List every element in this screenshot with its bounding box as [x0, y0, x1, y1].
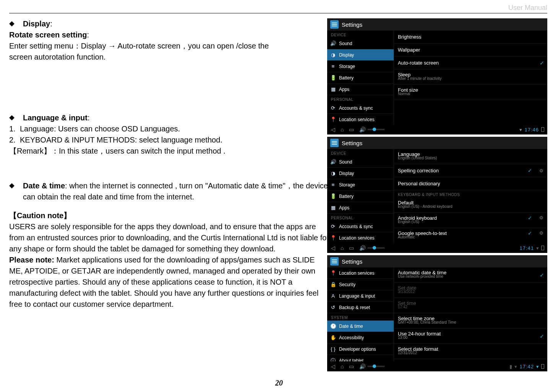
sidebar-item[interactable]: ≡Storage: [327, 179, 394, 191]
sidebar-item-label: Backup & reset: [339, 305, 370, 310]
settings-item[interactable]: Use 24-hour format13:00✓: [394, 329, 547, 344]
sidebar-item[interactable]: ALanguage & input: [327, 290, 394, 302]
battery-icon: [541, 127, 544, 132]
recent-icon[interactable]: ▭: [349, 363, 354, 369]
settings-item[interactable]: Personal dictionary: [394, 177, 547, 190]
sidebar-item[interactable]: 🔊Sound: [327, 38, 394, 49]
caution-heading: 【Caution note】: [9, 211, 71, 220]
settings-item-title: Auto-rotate screen: [398, 60, 439, 66]
settings-item[interactable]: SleepAfter 1 minute of inactivity: [394, 70, 547, 85]
sidebar-item[interactable]: 🔒Security: [327, 279, 394, 290]
bullet-diamond-icon: ◆: [9, 180, 23, 202]
sidebar-item-label: Accounts & sync: [339, 224, 373, 229]
sidebar-item[interactable]: 📍Location services: [327, 114, 394, 125]
back-icon[interactable]: ◁: [331, 245, 335, 251]
sidebar-item[interactable]: ◑Display: [327, 168, 394, 179]
settings-sidebar[interactable]: DEVICE🔊Sound◑Display≡Storage🔋Battery▦App…: [327, 31, 394, 125]
sidebar-item[interactable]: ▦Apps: [327, 202, 394, 214]
section-label: KEYBOARD & INPUT METHODS: [394, 190, 547, 198]
sidebar-item[interactable]: { }Developer options: [327, 343, 394, 355]
document-body: ◆ Display: Rotate screen setting: Enter …: [9, 18, 329, 310]
sidebar-item[interactable]: 🕐Date & time: [327, 321, 394, 332]
settings-sidebar[interactable]: 📍Location services🔒SecurityALanguage & i…: [327, 267, 394, 361]
sidebar-item[interactable]: 🔋Battery: [327, 72, 394, 84]
sidebar-item-label: Display: [339, 52, 354, 58]
status-clock: 17:42: [519, 364, 534, 369]
rotate-heading: Rotate screen setting: [9, 31, 87, 39]
settings-item[interactable]: Wallpaper: [394, 44, 547, 57]
sidebar-item-icon: ↺: [330, 305, 336, 310]
volume-slider[interactable]: 🔊: [359, 126, 385, 133]
home-icon[interactable]: ⌂: [341, 363, 344, 369]
settings-main-panel[interactable]: Automatic date & timeUse network-provide…: [394, 267, 547, 361]
check-icon[interactable]: ✓: [528, 168, 532, 173]
settings-item-subtitle: Automatic: [398, 235, 415, 239]
sidebar-item[interactable]: ▦Apps: [327, 84, 394, 95]
settings-item[interactable]: LanguageEnglish (United States): [394, 149, 547, 164]
sidebar-item[interactable]: ⓘAbout tablet: [327, 355, 394, 361]
settings-item[interactable]: Select date format12/31/2012: [394, 344, 547, 359]
sidebar-item[interactable]: ≡Storage: [327, 61, 394, 72]
home-icon[interactable]: ⌂: [341, 245, 344, 251]
sidebar-item[interactable]: ✋Accessibility: [327, 332, 394, 343]
settings-item[interactable]: Android keyboardEnglish (US)✓⚙: [394, 213, 547, 228]
settings-item[interactable]: Select time zoneGMT+08:00, China Standar…: [394, 313, 547, 329]
settings-item-subtitle: 17:42: [398, 305, 407, 309]
settings-item[interactable]: Google speech-to-textAutomatic✓⚙: [394, 228, 547, 243]
settings-main-panel[interactable]: LanguageEnglish (United States)Spelling …: [394, 149, 547, 243]
sidebar-item-icon: 🕐: [330, 323, 336, 329]
sidebar-item-label: Language & input: [339, 293, 375, 299]
list-number: 2.: [9, 134, 20, 146]
settings-item[interactable]: Brightness: [394, 31, 547, 44]
rotate-line1: Enter setting menu：Display → Auto-rotate…: [9, 40, 329, 52]
volume-slider[interactable]: 🔊: [359, 245, 385, 251]
home-icon[interactable]: ⌂: [341, 126, 344, 133]
sidebar-item[interactable]: 📍Location services: [327, 232, 394, 243]
settings-item-subtitle: After 1 minute of inactivity: [398, 76, 442, 81]
settings-item-title: Brightness: [398, 34, 421, 40]
recent-icon[interactable]: ▭: [349, 126, 354, 133]
volume-icon: 🔊: [359, 363, 366, 369]
action-bar: Settings: [327, 137, 547, 149]
settings-item[interactable]: DefaultEnglish (US) - Android keyboard: [394, 198, 547, 213]
settings-app-icon: [330, 139, 339, 147]
back-icon[interactable]: ◁: [331, 126, 335, 133]
settings-slider-icon[interactable]: ⚙: [539, 215, 543, 220]
settings-item[interactable]: Automatic date & timeUse network-provide…: [394, 267, 547, 283]
settings-item: Set date3/13/2012: [394, 283, 547, 298]
sidebar-item[interactable]: 🔊Sound: [327, 156, 394, 168]
check-icon[interactable]: ✓: [528, 230, 532, 236]
sidebar-item-label: Date & time: [339, 324, 363, 329]
sidebar-item[interactable]: 🔋Battery: [327, 191, 394, 202]
check-icon[interactable]: ✓: [528, 215, 532, 221]
settings-item[interactable]: Auto-rotate screen✓: [394, 57, 547, 70]
sidebar-item[interactable]: ↺Backup & reset: [327, 302, 394, 313]
settings-item[interactable]: Spelling correction✓⚙: [394, 164, 547, 177]
page-number: 20: [0, 379, 558, 387]
settings-app-icon: [330, 20, 339, 29]
settings-main-panel[interactable]: BrightnessWallpaperAuto-rotate screen✓Sl…: [394, 31, 547, 125]
check-icon[interactable]: ✓: [540, 272, 544, 278]
sidebar-item[interactable]: ⟳Accounts & sync: [327, 102, 394, 114]
settings-item[interactable]: Font sizeNormal: [394, 85, 547, 100]
settings-slider-icon[interactable]: ⚙: [539, 168, 543, 173]
rotate-line2: screen autorotation function.: [9, 52, 329, 63]
check-icon[interactable]: ✓: [540, 333, 544, 339]
recent-icon[interactable]: ▭: [349, 245, 354, 251]
sidebar-item-label: Display: [339, 171, 354, 176]
lang-item-1: Language: Users can choose OSD Languages…: [20, 123, 180, 134]
bullet-diamond-icon: ◆: [9, 18, 23, 29]
volume-slider[interactable]: 🔊: [359, 363, 385, 369]
check-icon[interactable]: ✓: [540, 60, 544, 66]
screenshot-column: Settings DEVICE🔊Sound◑Display≡Storage🔋Ba…: [327, 18, 547, 371]
sidebar-item-label: Sound: [339, 159, 352, 165]
sidebar-item[interactable]: ◑Display: [327, 49, 394, 61]
sidebar-item-label: Storage: [339, 64, 355, 69]
settings-slider-icon[interactable]: ⚙: [539, 230, 543, 236]
sidebar-item[interactable]: 📍Location services: [327, 267, 394, 279]
sidebar-item[interactable]: ⟳Accounts & sync: [327, 221, 394, 232]
sidebar-item-label: Sound: [339, 41, 352, 46]
back-icon[interactable]: ◁: [331, 363, 335, 369]
please-note-body: Market applications used for the downloa…: [9, 256, 318, 308]
settings-sidebar[interactable]: DEVICE🔊Sound◑Display≡Storage🔋Battery▦App…: [327, 149, 394, 243]
